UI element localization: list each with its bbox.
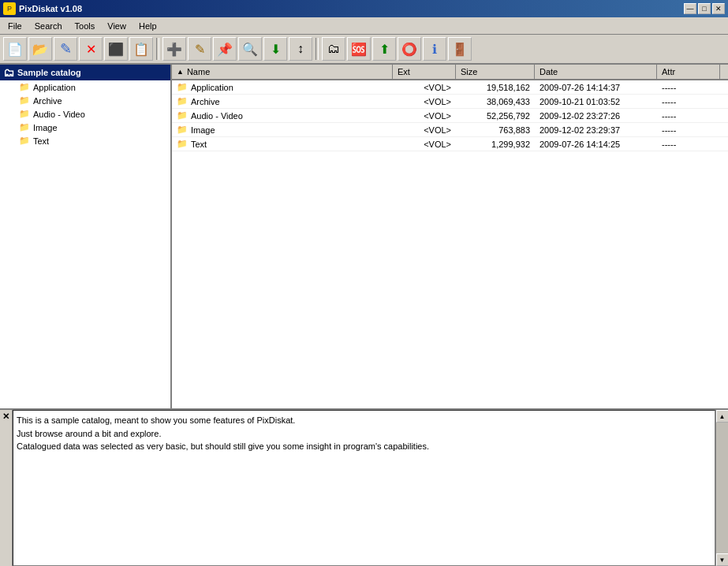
col-header-name[interactable]: ▲ Name [172, 65, 393, 79]
info-line-2: Just browse around a bit and explore. [17, 427, 711, 441]
tree-label-audio-video: Audio - Video [33, 110, 85, 119]
close-button[interactable]: ✕ [712, 3, 725, 14]
info-panel-close: ✕ [0, 410, 13, 566]
cell-date-1: 2009-10-21 01:03:52 [535, 95, 657, 108]
tree-label-archive: Archive [33, 96, 62, 106]
properties-icon: 📋 [133, 42, 149, 57]
toolbar-move[interactable]: ↕ [289, 37, 312, 61]
minimize-button[interactable]: — [684, 3, 696, 14]
table-row[interactable]: 📁 Image <VOL> 763,883 2009-12-02 23:29:3… [172, 123, 728, 137]
info-line-1: This is a sample catalog, meant to show … [17, 414, 711, 427]
cell-name-1: 📁 Archive [172, 95, 393, 108]
cell-ext-2: <VOL> [393, 110, 456, 122]
toolbar-find[interactable]: 🔍 [238, 37, 262, 61]
table-row[interactable]: 📁 Application <VOL> 19,518,162 2009-07-2… [172, 80, 728, 95]
toolbar-stop[interactable]: ⬛ [104, 37, 128, 61]
cell-attr-0: ----- [657, 81, 720, 94]
menu-bar: File Search Tools View Help [0, 17, 728, 35]
cell-name-2: 📁 Audio - Video [172, 109, 393, 122]
toolbar-open[interactable]: 📂 [28, 37, 52, 61]
table-row[interactable]: 📁 Text <VOL> 1,299,932 2009-07-26 14:14:… [172, 137, 728, 151]
copy-icon: 📌 [217, 42, 233, 57]
catalog1-icon: 🗂 [327, 42, 340, 56]
menu-help[interactable]: Help [133, 20, 163, 32]
toolbar-copy[interactable]: 📌 [213, 37, 237, 61]
table-row[interactable]: 📁 Archive <VOL> 38,069,433 2009-10-21 01… [172, 95, 728, 109]
row-icon-1: 📁 [177, 96, 188, 106]
toolbar-catalog1[interactable]: 🗂 [322, 37, 345, 61]
separator-2 [315, 38, 319, 60]
toolbar-add[interactable]: ➕ [162, 37, 186, 61]
top-area: 🗂 Sample catalog 📁 Application 📁 Archive… [0, 65, 728, 408]
new-icon: 📄 [7, 42, 23, 57]
col-header-size[interactable]: Size [456, 65, 535, 79]
tree-item-audio-video[interactable]: 📁 Audio - Video [0, 107, 170, 121]
window-controls: — □ ✕ [684, 3, 725, 14]
cell-size-0: 19,518,162 [456, 81, 535, 94]
tree-item-text[interactable]: 📁 Text [0, 134, 170, 147]
toolbar-info[interactable]: ℹ [423, 37, 446, 61]
info-scrollbar: ▲ ▼ [715, 410, 728, 566]
cell-ext-4: <VOL> [393, 138, 456, 151]
toolbar-exit[interactable]: 🚪 [448, 37, 472, 61]
folder-icon-image: 📁 [19, 122, 30, 132]
cell-attr-4: ----- [657, 138, 720, 151]
edit-icon: ✎ [60, 40, 72, 58]
row-icon-0: 📁 [177, 82, 188, 92]
stop-icon: ⬛ [108, 42, 124, 57]
row-icon-3: 📁 [177, 125, 188, 135]
tree-label-application: Application [33, 83, 76, 92]
toolbar-upload[interactable]: ⬆ [372, 37, 396, 61]
cell-date-3: 2009-12-02 23:29:37 [535, 124, 657, 136]
menu-file[interactable]: File [2, 20, 28, 32]
scroll-track [716, 423, 729, 553]
move-icon: ↕ [297, 42, 304, 56]
delete-icon: ✕ [86, 42, 96, 57]
cell-name-4: 📁 Text [172, 137, 393, 151]
cell-ext-3: <VOL> [393, 124, 456, 136]
toolbar-delete[interactable]: ✕ [79, 37, 103, 61]
toolbar-rename[interactable]: ✎ [188, 37, 211, 61]
info-panel: ✕ This is a sample catalog, meant to sho… [0, 408, 728, 566]
menu-tools[interactable]: Tools [69, 20, 102, 32]
cell-attr-3: ----- [657, 124, 720, 136]
info-line-3: Catalogued data was selected as very bas… [17, 440, 711, 453]
toolbar-download[interactable]: ⬇ [263, 37, 287, 61]
col-header-date[interactable]: Date [535, 65, 657, 79]
cell-ext-0: <VOL> [393, 81, 456, 94]
folder-icon-audio-video: 📁 [19, 109, 30, 119]
col-header-ext[interactable]: Ext [393, 65, 456, 79]
col-header-attr[interactable]: Attr [657, 65, 720, 79]
tree-item-application[interactable]: 📁 Application [0, 80, 170, 94]
maximize-button[interactable]: □ [698, 3, 711, 14]
download-icon: ⬇ [271, 42, 281, 57]
cell-name-0: 📁 Application [172, 80, 393, 94]
menu-view[interactable]: View [101, 20, 133, 32]
add-icon: ➕ [166, 42, 182, 57]
folder-icon-text: 📁 [19, 136, 30, 146]
open-icon: 📂 [32, 42, 48, 57]
folder-icon-application: 📁 [19, 82, 30, 92]
menu-search[interactable]: Search [28, 20, 69, 32]
toolbar-new[interactable]: 📄 [3, 37, 27, 61]
toolbar-properties[interactable]: 📋 [129, 37, 153, 61]
file-list-header: ▲ Name Ext Size Date Attr [172, 65, 728, 80]
table-row[interactable]: 📁 Audio - Video <VOL> 52,256,792 2009-12… [172, 109, 728, 123]
tree-root[interactable]: 🗂 Sample catalog [0, 65, 170, 80]
cell-date-4: 2009-07-26 14:14:25 [535, 138, 657, 151]
tree-label-text: Text [33, 136, 49, 146]
toolbar-flag[interactable]: ⭕ [398, 37, 421, 61]
file-panel: ▲ Name Ext Size Date Attr 📁 [172, 65, 728, 408]
close-info-button[interactable]: ✕ [2, 411, 9, 422]
scroll-up-button[interactable]: ▲ [716, 410, 729, 423]
app-icon: P [3, 2, 16, 15]
cell-date-2: 2009-12-02 23:27:26 [535, 110, 657, 122]
tree-item-image[interactable]: 📁 Image [0, 121, 170, 134]
separator-1 [156, 38, 159, 60]
toolbar-edit[interactable]: ✎ [54, 37, 77, 61]
toolbar-catalog2[interactable]: 🆘 [347, 37, 371, 61]
find-icon: 🔍 [242, 42, 258, 57]
tree-panel: 🗂 Sample catalog 📁 Application 📁 Archive… [0, 65, 172, 408]
scroll-down-button[interactable]: ▼ [716, 553, 729, 566]
tree-item-archive[interactable]: 📁 Archive [0, 94, 170, 107]
